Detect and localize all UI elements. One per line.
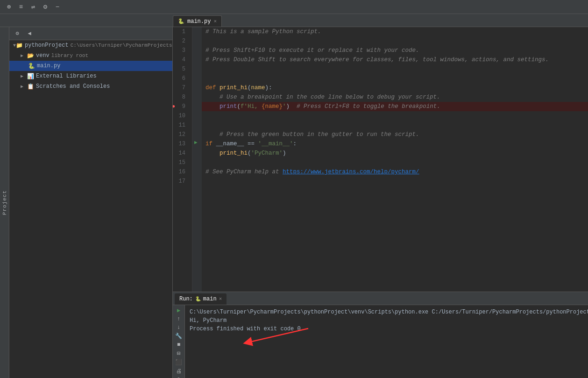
- ln-3: 3: [173, 46, 188, 55]
- exit-message: Process finished with exit code 0: [190, 326, 301, 332]
- project-root-path: C:\Users\Turniper\PycharmProjects\p: [71, 43, 172, 48]
- project-vertical-label: Project: [2, 190, 7, 215]
- venv-label: venv: [36, 52, 50, 59]
- code-line-15: [202, 158, 588, 167]
- editor-area: 1 2 3 4 5 6 7 8 9 10 11 12 13 14 15 16 1…: [173, 27, 588, 378]
- code-line-1: # This is a sample Python script.: [202, 27, 588, 36]
- code-line-6: [202, 74, 588, 83]
- sidebar-toolbar: ⚙ ◀: [9, 27, 172, 40]
- main-area: Project ⚙ ◀ ▼ 📁 pythonProject C:\Users\T…: [0, 27, 588, 378]
- code-line-3: # Press Shift+F10 to execute it or repla…: [202, 46, 588, 55]
- code-line-5: [202, 64, 588, 74]
- sidebar-settings-icon[interactable]: ⚙: [12, 29, 22, 39]
- python-file-icon-tree: 🐍: [28, 63, 35, 70]
- console-output-hi: Hi, PyCharm: [190, 316, 583, 325]
- run-tab-close[interactable]: ×: [219, 296, 222, 302]
- console-command-line: C:\Users\Turniper\PycharmProjects\python…: [190, 308, 583, 316]
- ln-9-breakpoint: 9: [173, 102, 188, 111]
- code-line-11: [202, 121, 588, 130]
- scratches-icon: 📋: [27, 83, 34, 90]
- ln-4: 4: [173, 55, 188, 64]
- venv-sublabel: library root: [51, 53, 88, 58]
- close-panel-button[interactable]: ⊟: [174, 350, 184, 357]
- console-hi-text: Hi, PyCharm: [190, 317, 227, 324]
- run-arrow-indicator: ▶: [194, 139, 198, 145]
- top-toolbar: ⊕ ≡ ⇌ ⚙ −: [0, 0, 588, 14]
- tab-main-py[interactable]: 🐍 main.py ×: [173, 15, 222, 27]
- tree-item-venv[interactable]: ▶ 📂 venv library root: [9, 50, 172, 61]
- scratches-label: Scratches and Consoles: [36, 83, 110, 90]
- print-icon[interactable]: 🖨: [174, 368, 184, 375]
- code-line-10: [202, 111, 588, 121]
- code-line-12: # Press the green button in the gutter t…: [202, 130, 588, 139]
- ext-libs-label: External Libraries: [36, 73, 97, 79]
- ln-14: 14: [173, 149, 188, 158]
- ln-5: 5: [173, 64, 188, 74]
- tree-arrow-venv: ▶: [21, 53, 27, 58]
- run-tab[interactable]: Run: 🐍 main ×: [175, 293, 227, 305]
- project-root-name: pythonProject: [25, 42, 69, 49]
- rerun-down-button[interactable]: ↓: [174, 324, 184, 331]
- tree-arrow-extlibs: ▶: [21, 73, 27, 79]
- code-line-2: [202, 36, 588, 46]
- tab-close-button[interactable]: ×: [213, 19, 217, 24]
- run-tab-icon: 🐍: [195, 296, 201, 302]
- venv-folder-icon: 📂: [27, 52, 34, 59]
- tree-arrow-scratches: ▶: [21, 84, 27, 89]
- line-numbers: 1 2 3 4 5 6 7 8 9 10 11 12 13 14 15 16 1…: [173, 27, 192, 292]
- tree-item-main-py[interactable]: 🐍 main.py: [9, 61, 172, 71]
- settings-icon[interactable]: ⚙: [40, 2, 50, 12]
- gutter: ▶: [192, 27, 202, 292]
- ln-1: 1: [173, 27, 188, 36]
- code-line-8: # Use a breakpoint in the code line belo…: [202, 93, 588, 102]
- add-icon[interactable]: ⊕: [4, 2, 14, 12]
- code-line-14: print_hi('PyCharm'): [202, 149, 588, 158]
- tree-item-scratches[interactable]: ▶ 📋 Scratches and Consoles: [9, 81, 172, 92]
- lib-icon: 📊: [27, 73, 34, 80]
- bottom-panel: Run: 🐍 main × ▶ ↑ ↓ 🔧 ■ ⊟ ⬛ 🖨 🗑: [173, 292, 588, 378]
- code-line-7: def print_hi(name):: [202, 83, 588, 93]
- ln-8: 8: [173, 93, 188, 102]
- expand-button[interactable]: ⬛: [174, 359, 184, 366]
- editor-content[interactable]: 1 2 3 4 5 6 7 8 9 10 11 12 13 14 15 16 1…: [173, 27, 588, 292]
- tab-bar: 🐍 main.py ×: [0, 14, 588, 27]
- ln-13: 13: [173, 139, 188, 149]
- align-icon[interactable]: ≡: [16, 2, 26, 12]
- wrench-icon[interactable]: 🔧: [174, 333, 184, 340]
- stop-button[interactable]: ■: [174, 342, 184, 348]
- bottom-run-panel: ▶ ↑ ↓ 🔧 ■ ⊟ ⬛ 🖨 🗑 C:\Users\Turniper\Pych…: [173, 305, 588, 378]
- bottom-tab-bar: Run: 🐍 main ×: [173, 292, 588, 305]
- ln-16: 16: [173, 167, 188, 177]
- ln-10: 10: [173, 111, 188, 121]
- folder-icon-root: 📁: [16, 42, 23, 49]
- code-line-4: # Press Double Shift to search everywher…: [202, 55, 588, 64]
- ln-15: 15: [173, 158, 188, 167]
- minimize-icon[interactable]: −: [52, 2, 63, 12]
- run-label: Run:: [179, 296, 193, 302]
- tree-item-ext-libs[interactable]: ▶ 📊 External Libraries: [9, 71, 172, 81]
- tab-label: main.py: [187, 18, 211, 25]
- ln-17: 17: [173, 177, 188, 186]
- ln-12: 12: [173, 130, 188, 139]
- code-editor[interactable]: # This is a sample Python script. # Pres…: [202, 27, 588, 292]
- run-button[interactable]: ▶: [174, 307, 184, 314]
- run-config-label: main: [203, 296, 217, 302]
- ln-6: 6: [173, 74, 188, 83]
- sidebar: ⚙ ◀ ▼ 📁 pythonProject C:\Users\Turniper\…: [9, 27, 173, 378]
- python-file-icon: 🐍: [178, 18, 184, 24]
- rerun-up-button[interactable]: ↑: [174, 316, 184, 322]
- console-exit-text: Process finished with exit code 0: [190, 325, 583, 333]
- code-line-17: [202, 177, 588, 186]
- main-py-label: main.py: [37, 63, 60, 69]
- console-output: C:\Users\Turniper\PycharmProjects\python…: [185, 305, 588, 378]
- code-line-16: # See PyCharm help at https://www.jetbra…: [202, 167, 588, 177]
- ln-2: 2: [173, 36, 188, 46]
- ln-7: 7: [173, 83, 188, 93]
- ln-11: 11: [173, 121, 188, 130]
- sidebar-collapse-icon[interactable]: ◀: [24, 29, 35, 39]
- adjust-icon[interactable]: ⇌: [28, 2, 38, 12]
- tree-item-project-root[interactable]: ▼ 📁 pythonProject C:\Users\Turniper\Pych…: [9, 40, 172, 50]
- left-panel: Project: [0, 27, 9, 378]
- code-line-9: print(f'Hi, {name}') # Press Ctrl+F8 to …: [202, 102, 588, 111]
- run-left-toolbar: ▶ ↑ ↓ 🔧 ■ ⊟ ⬛ 🖨 🗑: [173, 305, 185, 378]
